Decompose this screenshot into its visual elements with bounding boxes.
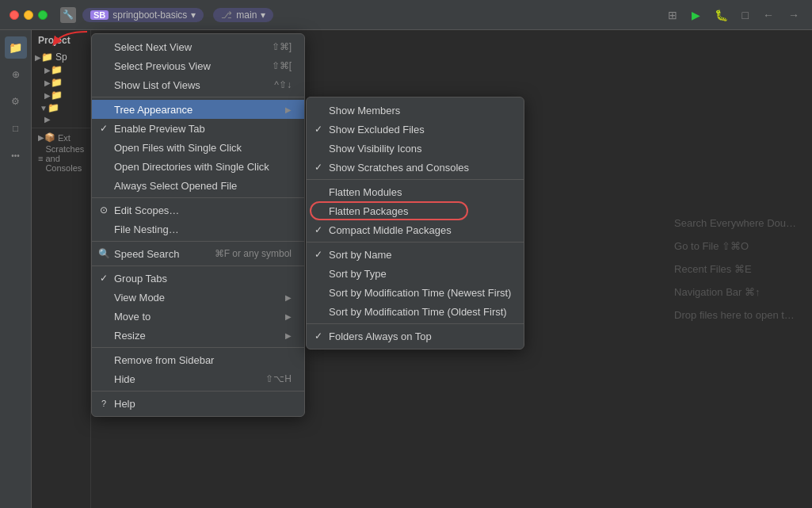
submenu-item-sort-name[interactable]: ✓ Sort by Name — [307, 245, 524, 264]
arrow-icon: ▶ — [285, 331, 292, 340]
check-icon: ✓ — [313, 162, 324, 173]
shortcut-label: ⇧⌘[ — [272, 60, 292, 71]
submenu-label: Sort by Type — [329, 268, 511, 280]
tree-item-4[interactable]: ▼ 📁 — [36, 101, 90, 114]
help-icon: ? — [98, 399, 109, 408]
project-panel-header[interactable]: Project — [32, 30, 90, 51]
check-icon: ✓ — [313, 224, 324, 235]
arrow-icon: ▶ — [285, 293, 292, 302]
branch-selector[interactable]: ⎇ main ▾ — [213, 8, 273, 22]
separator-5 — [92, 347, 304, 348]
menu-item-view-mode[interactable]: View Mode ▶ — [92, 288, 304, 307]
submenu-label: Sort by Modification Time (Oldest First) — [329, 306, 511, 318]
submenu-item-sort-type[interactable]: Sort by Type — [307, 264, 524, 283]
menu-item-hide[interactable]: Hide ⇧⌥H — [92, 369, 304, 388]
menu-item-select-next-view[interactable]: Select Next View ⇧⌘] — [92, 37, 304, 56]
submenu-separator-3 — [307, 323, 524, 324]
submenu-item-show-excluded[interactable]: ✓ Show Excluded Files — [307, 120, 524, 139]
menu-item-always-select[interactable]: Always Select Opened File — [92, 176, 304, 195]
menu-item-move-to[interactable]: Move to ▶ — [92, 307, 304, 326]
submenu-item-show-members[interactable]: Show Members — [307, 101, 524, 120]
menu-item-open-dirs-single[interactable]: Open Directories with Single Click — [92, 157, 304, 176]
sidebar-item-structure[interactable]: ⚙ — [5, 90, 27, 113]
grid-icon[interactable]: ⊞ — [665, 7, 680, 23]
menu-label: Move to — [114, 311, 280, 323]
submenu-item-flatten-modules[interactable]: Flatten Modules — [307, 182, 524, 201]
menu-label: View Mode — [114, 292, 280, 304]
submenu-item-flatten-packages[interactable]: Flatten Packages — [307, 201, 524, 220]
menu-label: Open Directories with Single Click — [114, 161, 292, 173]
shortcut-label: ⌘F or any symbol — [215, 248, 292, 259]
menu-item-resize[interactable]: Resize ▶ — [92, 326, 304, 345]
submenu-label: Flatten Modules — [329, 186, 511, 198]
project-initials: SB — [90, 10, 109, 20]
arrow-icon: ▶ — [285, 105, 292, 114]
menu-item-speed-search[interactable]: 🔍 Speed Search ⌘F or any symbol — [92, 244, 304, 263]
submenu-item-sort-newest[interactable]: Sort by Modification Time (Newest First) — [307, 283, 524, 302]
menu-item-help[interactable]: ? Help — [92, 394, 304, 413]
menu-item-show-list[interactable]: Show List of Views ^⇧↓ — [92, 75, 304, 94]
folder-icon-3: 📁 — [51, 77, 63, 88]
separator-2 — [92, 197, 304, 198]
run-icon[interactable]: ▶ — [688, 7, 703, 23]
menu-item-edit-scopes[interactable]: ⊙ Edit Scopes… — [92, 201, 304, 220]
shortcut-1: Search Everywhere Dou… — [674, 217, 796, 229]
submenu-label: Show Visibility Icons — [329, 143, 511, 155]
menu-label: Enable Preview Tab — [114, 123, 292, 135]
branch-name: main — [236, 10, 257, 21]
submenu-separator-1 — [307, 179, 524, 180]
tree-item-5[interactable]: ▶ — [36, 114, 90, 124]
submenu-item-compact-middle[interactable]: ✓ Compact Middle Packages — [307, 220, 524, 239]
shortcut-5: Drop files here to open t… — [674, 309, 796, 321]
submenu-item-sort-oldest[interactable]: Sort by Modification Time (Oldest First) — [307, 302, 524, 321]
minimize-button[interactable] — [24, 10, 33, 20]
close-button[interactable] — [10, 10, 19, 20]
submenu-label: Show Members — [329, 105, 511, 116]
tree-item-ext[interactable]: ▶ 📦 Ext — [35, 132, 90, 143]
sidebar-item-more[interactable]: ••• — [5, 144, 27, 166]
tree-item-sp[interactable]: ▶ 📁 Sp — [32, 51, 90, 63]
menu-item-group-tabs[interactable]: ✓ Group Tabs — [92, 269, 304, 288]
menu-label: Show List of Views — [114, 79, 269, 91]
separator-6 — [92, 391, 304, 392]
project-name: springboot-basics — [112, 10, 187, 21]
tree-item-1[interactable]: ▶ 📁 — [41, 63, 90, 76]
menu-label: Help — [114, 398, 292, 410]
submenu-item-show-scratches[interactable]: ✓ Show Scratches and Consoles — [307, 158, 524, 177]
submenu-item-folders-top[interactable]: ✓ Folders Always on Top — [307, 327, 524, 346]
shortcut-2: Go to File ⇧⌘O — [674, 240, 796, 252]
branch-icon: ⎇ — [221, 10, 232, 21]
menu-item-open-single-click[interactable]: Open Files with Single Click — [92, 138, 304, 157]
search-icon: 🔍 — [98, 248, 109, 259]
menu-item-tree-appearance[interactable]: Tree Appearance ▶ Show Members ✓ Show Ex… — [92, 100, 304, 119]
forward-icon[interactable]: → — [785, 7, 802, 23]
sidebar-item-bookmarks[interactable]: ⊕ — [5, 63, 27, 86]
submenu: Show Members ✓ Show Excluded Files Show … — [306, 97, 524, 349]
tree-item-3[interactable]: ▶ 📁 — [41, 89, 90, 101]
menu-item-select-prev-view[interactable]: Select Previous View ⇧⌘[ — [92, 56, 304, 75]
scope-icon: ⊙ — [98, 204, 109, 216]
menu-label: Remove from Sidebar — [114, 354, 292, 366]
folder-icon-2: 📁 — [51, 64, 63, 75]
tree-item-2[interactable]: ▶ 📁 — [41, 76, 90, 89]
menu-label: Select Previous View — [114, 60, 267, 72]
maximize-button[interactable] — [38, 10, 48, 20]
menu-label: Select Next View — [114, 41, 267, 53]
menu-item-enable-preview[interactable]: ✓ Enable Preview Tab — [92, 119, 304, 138]
primary-context-menu: Select Next View ⇧⌘] Select Previous Vie… — [91, 33, 305, 417]
submenu-label: Flatten Packages — [329, 205, 511, 217]
debug-icon[interactable]: 🐛 — [711, 7, 731, 23]
sidebar-item-project[interactable]: 📁 — [5, 36, 27, 59]
menu-item-file-nesting[interactable]: File Nesting… — [92, 220, 304, 239]
menu-item-remove-sidebar[interactable]: Remove from Sidebar — [92, 350, 304, 369]
ext-icon: 📦 — [44, 132, 55, 143]
titlebar: 🔧 SB springboot-basics ▾ ⎇ main ▾ ⊞ ▶ 🐛 … — [0, 0, 812, 30]
tree-item-scratches[interactable]: ≡ Scratches and Consoles — [35, 143, 90, 174]
sidebar-item-plugins[interactable]: □ — [5, 117, 27, 139]
submenu-item-show-visibility[interactable]: Show Visibility Icons — [307, 139, 524, 158]
back-icon[interactable]: ← — [760, 7, 777, 23]
project-branch-selector[interactable]: SB springboot-basics ▾ — [82, 8, 204, 22]
stop-icon[interactable]: □ — [739, 7, 752, 23]
scratches-icon: ≡ — [38, 154, 43, 163]
folder-icon-4: 📁 — [51, 90, 63, 101]
